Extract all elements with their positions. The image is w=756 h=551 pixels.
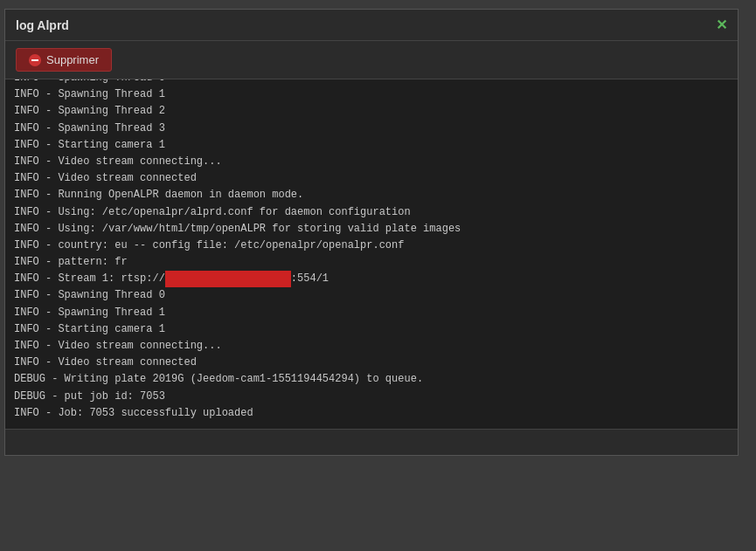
minus-icon	[29, 54, 41, 66]
log-line: INFO - Spawning Thread 2	[14, 103, 729, 120]
log-line: INFO - Using: /etc/openalpr/alprd.conf f…	[14, 204, 729, 221]
log-line: INFO - Video stream connected	[14, 355, 729, 371]
log-line: INFO - Running OpenALPR daemon in daemon…	[14, 187, 729, 203]
log-line: DEBUG - put job id: 7053	[14, 389, 729, 405]
log-line: INFO - Spawning Thread 0	[14, 79, 729, 86]
log-window: log Alprd ✕ Supprimer INFO - Spawning Th…	[4, 9, 739, 456]
log-output[interactable]: INFO - Spawning Thread 0INFO - Spawning …	[5, 79, 738, 429]
log-line: INFO - Starting camera 1	[14, 321, 729, 338]
log-line: INFO - Video stream connected	[14, 170, 729, 187]
log-line: INFO - pattern: fr	[14, 254, 729, 271]
log-line: INFO - Spawning Thread 3	[14, 121, 729, 137]
supprimer-label: Supprimer	[46, 53, 99, 66]
log-line: INFO - Video stream connecting...	[14, 338, 729, 355]
log-line: DEBUG - Writing plate 2019G (Jeedom-cam1…	[14, 371, 729, 388]
toolbar: Supprimer	[5, 41, 738, 79]
titlebar: log Alprd ✕	[5, 10, 738, 41]
log-line: INFO - Stream 1: rtsp:// :554/1	[14, 271, 729, 287]
supprimer-button[interactable]: Supprimer	[16, 48, 112, 72]
window-title: log Alprd	[16, 18, 69, 32]
close-button[interactable]: ✕	[716, 17, 727, 33]
redacted-content	[165, 271, 291, 287]
log-line: INFO - Job: 7053 successfully uploaded	[14, 405, 729, 422]
bottom-bar	[5, 429, 738, 455]
log-line: INFO - Spawning Thread 0	[14, 287, 729, 304]
log-line: INFO - Using: /var/www/html/tmp/openALPR…	[14, 221, 729, 238]
log-line: INFO - country: eu -- config file: /etc/…	[14, 238, 729, 254]
log-line: INFO - Spawning Thread 1	[14, 305, 729, 321]
log-line: INFO - Video stream connecting...	[14, 154, 729, 170]
log-line: INFO - Spawning Thread 1	[14, 86, 729, 103]
log-line: INFO - Starting camera 1	[14, 137, 729, 154]
